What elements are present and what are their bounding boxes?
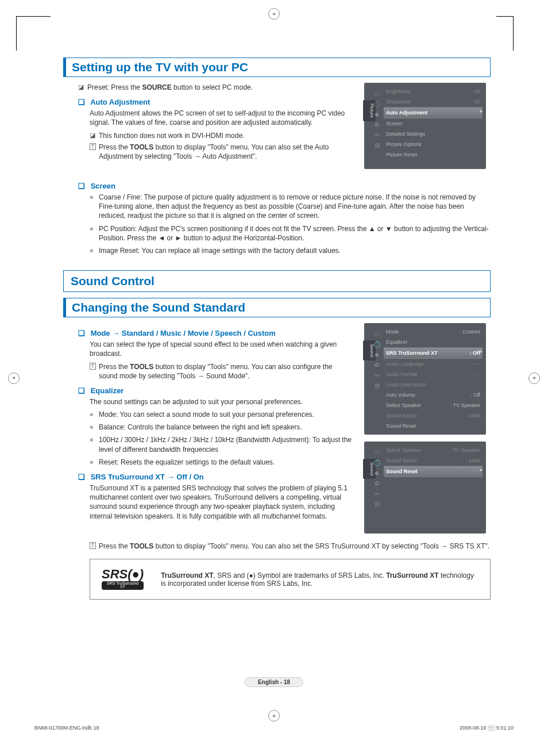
osd-row: Sound Select: Main [384,410,483,421]
print-file: BN68-01700M-ENG.indb 18 [34,725,99,731]
osd-row: Equalizer [384,337,483,347]
osd-sound-menu: Sound ▭ ◯ ◆ ✿ ⇔ ▥ Mode: CustomEqualizerS… [364,323,486,435]
application-icon: ▥ [375,143,380,148]
channel-icon: ◆ [375,352,379,358]
preset-note: Preset: Press the SOURCE button to selec… [87,83,353,92]
sound-icon: ◯ [374,460,380,466]
osd-rows: Brightness: 45Sharpness: 50Auto Adjustme… [384,86,483,160]
crop-mark [496,16,514,17]
tools-icon: 🅃 [90,143,99,161]
input-icon: ⇔ [375,491,379,497]
setup-icon: ✿ [375,122,379,128]
square-bullet-icon: ■ [90,193,99,221]
osd-row: Sound Reset [384,421,483,431]
tools-icon: 🅃 [90,362,99,381]
note-icon: ◪ [78,83,87,92]
registration-mark-icon: ✦ [268,710,280,722]
application-icon: ▥ [375,501,380,507]
equalizer-heading: ❏ Equalizer [78,386,353,395]
srs-heading: ❏ SRS TruSurround XT → Off / On [78,473,353,481]
crop-mark [513,16,514,51]
osd-row: Screen [384,118,483,129]
osd-row: Sound Select: Main [384,455,483,466]
srs-body: TruSurround XT is a patented SRS technol… [90,483,353,521]
tools-icon: 🅃 [90,542,99,551]
mode-body: You can select the type of special sound… [90,340,353,358]
osd-icon-strip: ▭ ◯ ◆ ✿ ⇔ ▥ [372,91,381,148]
eq-bullet: Reset: Resets the equalizer settings to … [99,458,275,467]
square-bullet-icon: ■ [90,423,99,432]
input-icon: ⇔ [375,132,379,138]
osd-icon-strip: ▭ ◯ ◆ ✿ ⇔ ▥ [372,331,381,389]
square-bullet-icon: ■ [90,224,99,243]
eq-bullet: 100Hz / 300Hz / 1kHz / 2kHz / 3kHz / 10k… [99,435,353,454]
osd-row: Picture Reset [384,149,483,160]
square-bullet-icon: ■ [90,458,99,467]
screen-heading: ❏ Screen [78,182,491,190]
srs-trademark-box: SRS(●) SRS TruSurround XT TruSurround XT… [90,559,491,599]
picture-icon: ▭ [375,331,380,337]
osd-row: Select Speaker: TV Speaker [384,400,483,410]
osd-rows: Select Speaker: TV SpeakerSound Select: … [384,445,483,477]
osd-row: Auto Adjustment [384,107,483,118]
osd-sound-menu-2: Sound ▭ ◯ ◆ ✿ ⇔ ▥ Select Speaker: TV Spe… [364,442,486,534]
eq-bullet: Mode: You can select a sound mode to sui… [99,410,314,419]
osd-row: Detailed Settings [384,129,483,139]
osd-row: Sound Reset [384,466,483,477]
screen-bullet: Coarse / Fine: The purpose of picture qu… [99,193,491,221]
symbol-icon: (●) [247,571,256,580]
osd-row: Audio Description [384,379,483,390]
auto-adj-note2: Press the TOOLS button to display "Tools… [99,143,353,161]
registration-mark-icon: ✦ [268,8,280,20]
document-page: ✦ ✦ ✦ ✦ Setting up the TV with your PC ◪… [0,0,548,756]
srs-trademark-text: TruSurround XT, SRS and (●) Symbol are t… [161,571,478,588]
auto-adj-note1: This function does not work in DVI-HDMI … [99,131,353,140]
crop-mark [16,16,17,51]
screen-bullet: Image Reset: You can replace all image s… [99,246,341,255]
bookmark-icon: ❏ [78,98,85,106]
section-title: Setting up the TV with your PC [63,57,491,77]
square-bullet-icon: ■ [90,435,99,454]
print-footer: BN68-01700M-ENG.indb 18 2008-08-19 ░░ 5:… [34,725,514,731]
srs-logo: SRS(●) SRS TruSurround XT [102,569,144,589]
osd-row: Mode: Custom [384,327,483,337]
osd-row: Brightness: 45 [384,86,483,97]
major-section-title: Sound Control [63,270,491,292]
mode-heading: ❏ Mode → Standard / Music / Movie / Spee… [78,329,353,337]
sound-icon: ◯ [374,341,380,347]
crop-mark [16,16,51,17]
sound-icon: ◯ [374,101,380,107]
bookmark-icon: ❏ [78,182,85,190]
screen-bullet: PC Position: Adjust the PC's screen posi… [99,224,491,243]
bookmark-icon: ❏ [78,329,85,337]
registration-mark-icon: ✦ [528,373,540,384]
srs-note: Press the TOOLS button to display "Tools… [99,542,491,551]
osd-row: Auto Volume: Off [384,390,483,400]
osd-row: Sharpness: 50 [384,97,483,107]
picture-icon: ▭ [375,91,380,97]
setup-icon: ✿ [375,362,379,368]
print-date: 2008-08-19 ░░ 5:01:10 [460,725,514,731]
eq-bullet: Balance: Controls the balance between th… [99,423,302,432]
registration-mark-icon: ✦ [8,373,20,384]
osd-rows: Mode: CustomEqualizerSRS TruSurround XT:… [384,327,483,431]
osd-picture-menu: Picture ▭ ◯ ◆ ✿ ⇔ ▥ Brightness: 45Sharpn… [364,83,486,169]
eq-body: The sound settings can be adjusted to su… [90,397,353,406]
osd-icon-strip: ▭ ◯ ◆ ✿ ⇔ ▥ [372,450,381,507]
picture-icon: ▭ [375,450,380,455]
application-icon: ▥ [375,383,380,389]
channel-icon: ◆ [375,470,379,476]
mode-note: Press the TOOLS button to display "Tools… [99,362,353,381]
osd-row: Picture Options [384,139,483,149]
osd-row: SRS TruSurround XT: Off [384,347,483,359]
note-icon: ◪ [90,131,99,140]
square-bullet-icon: ■ [90,410,99,419]
input-icon: ⇔ [375,373,379,378]
osd-row: Select Speaker: TV Speaker [384,445,483,455]
auto-adjustment-heading: ❏ Auto Adjustment [78,98,353,106]
bookmark-icon: ❏ [78,386,85,395]
page-footer: English - 18 [245,677,303,687]
osd-row: Audio Language: --- [384,359,483,369]
section-title: Changing the Sound Standard [63,298,491,317]
channel-icon: ◆ [375,112,379,117]
